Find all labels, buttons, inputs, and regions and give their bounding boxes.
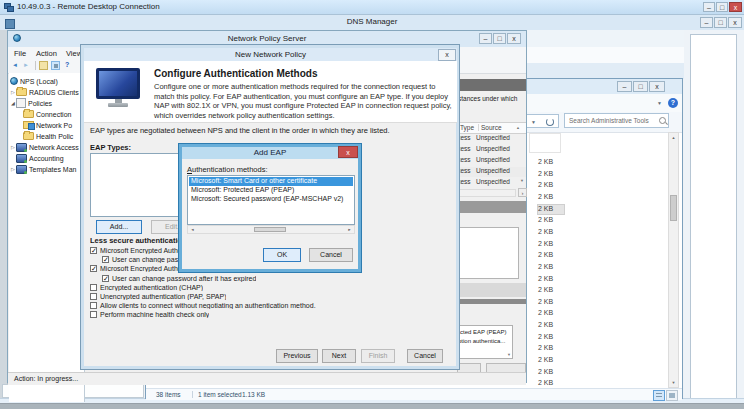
scrollbar-thumb[interactable] bbox=[670, 195, 677, 221]
next-button[interactable]: Next bbox=[322, 349, 356, 363]
file-size-cell[interactable]: 2 KB bbox=[538, 228, 564, 237]
details-view-button[interactable] bbox=[653, 390, 665, 401]
nps-maximize-button[interactable]: □ bbox=[493, 33, 506, 44]
add-eap-type-button[interactable]: Add... bbox=[96, 220, 142, 234]
file-size-cell[interactable]: 2 KB bbox=[538, 275, 564, 284]
status-selected-size: 1.13 KB bbox=[242, 391, 265, 398]
pane-scroll-right-icon[interactable]: › bbox=[518, 188, 527, 197]
toolbar-help-icon[interactable]: ? bbox=[65, 61, 69, 68]
tree-item-network-access-protection[interactable]: ▷Network Access bbox=[9, 142, 85, 152]
policy-row[interactable]: ccessUnspecified bbox=[454, 145, 526, 155]
rdp-minimize-button[interactable]: – bbox=[703, 2, 715, 12]
wizard-titlebar[interactable]: New Network Policy x bbox=[84, 48, 457, 61]
checkbox-mschap-pw-change[interactable]: ✓User can change password after it has e… bbox=[102, 274, 256, 282]
address-bar-end[interactable]: ▼ bbox=[526, 114, 559, 128]
pane-settings-list: cted EAP (PEAP) ption authentica... ▼ bbox=[457, 325, 513, 359]
explorer-maximize-button[interactable]: □ bbox=[633, 81, 648, 92]
pane-column-headers[interactable]: Type Source ▲ bbox=[454, 122, 526, 134]
file-size-cell[interactable]: 2 KB bbox=[538, 333, 564, 342]
rdp-restore-button[interactable]: □ bbox=[716, 2, 728, 12]
search-input[interactable]: Search Administrative Tools bbox=[564, 113, 669, 128]
tree-item-network-policies[interactable]: Network Po bbox=[9, 120, 85, 130]
auth-methods-listbox[interactable]: Microsoft: Smart Card or other certifica… bbox=[187, 175, 355, 225]
auth-methods-hscrollbar[interactable]: ◄ ► bbox=[187, 225, 355, 234]
show-console-tree-icon[interactable] bbox=[51, 61, 60, 70]
file-size-cell[interactable]: 2 KB bbox=[538, 263, 564, 272]
thumbnails-view-button[interactable] bbox=[666, 390, 678, 401]
file-size-cell[interactable]: 2 KB bbox=[538, 344, 564, 353]
add-eap-cancel-button[interactable]: Cancel bbox=[309, 248, 353, 262]
add-eap-close-button[interactable]: x bbox=[338, 146, 358, 158]
hscroll-right-icon[interactable]: ► bbox=[345, 226, 354, 233]
file-size-cell[interactable]: 2 KB bbox=[538, 181, 564, 190]
scroll-up-icon[interactable]: ▲ bbox=[669, 133, 678, 142]
eap-note: EAP types are negotiated between NPS and… bbox=[90, 126, 390, 135]
menu-file[interactable]: File bbox=[14, 49, 26, 58]
address-dropdown-icon[interactable]: ▼ bbox=[531, 119, 536, 125]
file-size-cell[interactable]: 2 KB bbox=[538, 158, 564, 167]
hscrollbar-thumb[interactable] bbox=[254, 227, 286, 232]
explorer-close-button[interactable]: x bbox=[649, 81, 665, 92]
checkbox-machine-health-only[interactable]: Perform machine health check only bbox=[90, 310, 209, 318]
tree-item-health-policies[interactable]: Health Polic bbox=[9, 131, 85, 141]
pane-scroll-down-icon[interactable]: ▼ bbox=[520, 178, 524, 183]
eap-method-mschapv2[interactable]: Microsoft: Secured password (EAP-MSCHAP … bbox=[189, 195, 353, 204]
file-size-cell[interactable]: 2 KB bbox=[538, 368, 564, 377]
checkbox-pap-spap[interactable]: Unencrypted authentication (PAP, SPAP) bbox=[90, 292, 226, 300]
policy-row[interactable]: ccessUnspecified bbox=[454, 156, 526, 166]
pane-hscrollbar[interactable] bbox=[454, 189, 516, 197]
file-size-cell[interactable]: 2 KB bbox=[538, 321, 564, 330]
file-size-cell[interactable]: 2 KB bbox=[538, 240, 564, 249]
tree-item-templates-management[interactable]: ▷Templates Man bbox=[9, 164, 85, 174]
file-size-cell[interactable]: 2 KB bbox=[538, 356, 564, 365]
file-size-cell[interactable]: 2 KB bbox=[538, 251, 564, 260]
wizard-close-button[interactable]: x bbox=[438, 49, 456, 61]
finish-button[interactable]: Finish bbox=[361, 349, 395, 363]
file-size-cell[interactable]: 2 KB bbox=[538, 193, 564, 202]
forward-icon[interactable]: ► bbox=[23, 62, 29, 68]
tree-item-policies[interactable]: ◢Policies bbox=[9, 98, 85, 108]
dns-titlebar[interactable]: DNS Manager – □ x bbox=[0, 15, 744, 30]
dns-close-button[interactable]: x bbox=[728, 17, 742, 28]
add-eap-ok-button[interactable]: OK bbox=[263, 248, 301, 262]
cancel-button[interactable]: Cancel bbox=[407, 349, 443, 363]
file-size-cell[interactable]: 2 KB bbox=[538, 170, 564, 179]
add-eap-titlebar[interactable]: Add EAP bbox=[182, 147, 358, 159]
explorer-scrollbar[interactable]: ▲ ▼ bbox=[668, 132, 679, 388]
tree-item-nps-local[interactable]: NPS (Local) bbox=[9, 76, 85, 86]
policy-row[interactable]: ccessUnspecified bbox=[454, 167, 526, 177]
scroll-down-icon[interactable]: ▼ bbox=[669, 378, 678, 387]
tree-item-connection-request-policies[interactable]: Connection bbox=[9, 109, 85, 119]
file-size-cell[interactable]: 2 KB bbox=[538, 205, 564, 214]
previous-button[interactable]: Previous bbox=[276, 349, 318, 363]
rdp-close-button[interactable]: x bbox=[729, 2, 742, 12]
auth-methods-label: Authentication methods: bbox=[187, 165, 267, 174]
nps-minimize-button[interactable]: – bbox=[479, 33, 492, 44]
file-size-cell[interactable]: 2 KB bbox=[538, 379, 564, 388]
file-size-cell[interactable]: 2 KB bbox=[538, 216, 564, 225]
eap-method-smartcard[interactable]: Microsoft: Smart Card or other certifica… bbox=[189, 177, 353, 186]
file-size-cell[interactable]: 2 KB bbox=[538, 309, 564, 318]
dns-minimize-button[interactable]: – bbox=[700, 17, 713, 28]
file-size-cell[interactable]: 2 KB bbox=[538, 298, 564, 307]
policy-row[interactable]: ccessUnspecified ▼ bbox=[454, 178, 526, 188]
menu-action[interactable]: Action bbox=[36, 49, 57, 58]
nps-close-button[interactable]: x bbox=[507, 33, 521, 44]
dns-restore-button[interactable]: □ bbox=[714, 17, 727, 28]
export-list-icon[interactable] bbox=[39, 61, 48, 70]
hscroll-left-icon[interactable]: ◄ bbox=[188, 226, 197, 233]
policy-row[interactable]: ccessUnspecified bbox=[454, 134, 526, 144]
checkbox-chap[interactable]: Encrypted authentication (CHAP) bbox=[90, 283, 203, 291]
pane-scroll-up-icon[interactable]: ▲ bbox=[516, 125, 520, 130]
back-icon[interactable]: ◄ bbox=[12, 62, 18, 68]
ribbon-expand-icon[interactable]: ▼ bbox=[657, 100, 662, 106]
tree-item-accounting[interactable]: Accounting bbox=[9, 153, 85, 163]
eap-method-peap[interactable]: Microsoft: Protected EAP (PEAP) bbox=[189, 186, 353, 195]
help-icon[interactable]: ? bbox=[668, 98, 678, 108]
file-size-cell[interactable]: 2 KB bbox=[538, 286, 564, 295]
pane-mini-scroll-icon[interactable]: ▼ bbox=[507, 352, 511, 357]
explorer-minimize-button[interactable]: – bbox=[617, 81, 632, 92]
tree-item-radius-clients[interactable]: ▷RADIUS Clients bbox=[9, 87, 85, 97]
refresh-icon[interactable] bbox=[546, 118, 554, 126]
checkbox-allow-no-auth[interactable]: Allow clients to connect without negotia… bbox=[90, 301, 316, 309]
